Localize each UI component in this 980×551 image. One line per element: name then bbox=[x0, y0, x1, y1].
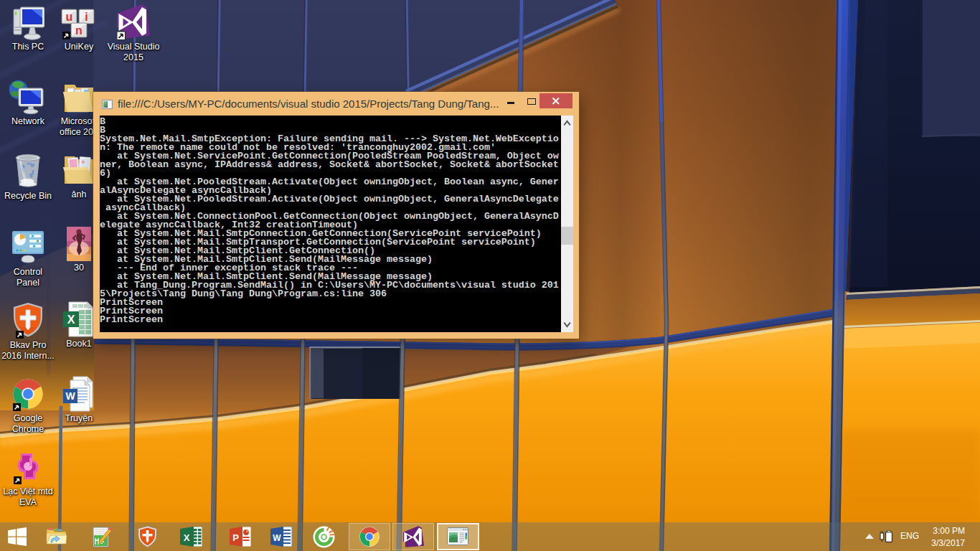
svg-text:P: P bbox=[232, 532, 239, 543]
svg-text:i: i bbox=[85, 11, 88, 23]
svg-text:W: W bbox=[65, 390, 75, 402]
svg-text:u: u bbox=[66, 11, 73, 23]
svg-text:X: X bbox=[67, 314, 75, 326]
svg-text:W: W bbox=[273, 533, 281, 543]
svg-text:X: X bbox=[184, 532, 190, 543]
svg-text:n: n bbox=[75, 24, 83, 37]
